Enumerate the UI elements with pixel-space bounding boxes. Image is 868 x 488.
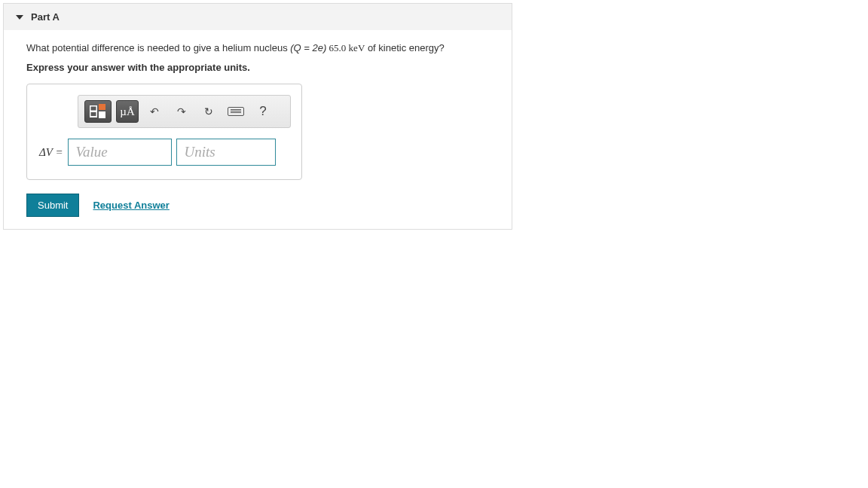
svg-rect-2 xyxy=(91,112,96,116)
answer-toolbar: µÅ ↶ ↷ ↻ ? xyxy=(78,95,291,128)
question-eq: = 2 xyxy=(301,42,318,53)
question-text: What potential difference is needed to g… xyxy=(26,42,489,54)
value-placeholder: Value xyxy=(76,144,108,160)
question-var-e: e xyxy=(318,42,323,53)
svg-rect-1 xyxy=(91,107,96,111)
question-unit: keV xyxy=(349,42,365,53)
undo-button[interactable]: ↶ xyxy=(143,100,166,123)
undo-icon: ↶ xyxy=(150,105,159,117)
submit-button[interactable]: Submit xyxy=(26,194,79,217)
question-value: 65.0 xyxy=(326,42,348,53)
value-input[interactable]: Value xyxy=(68,139,172,166)
answer-entry-row: ΔV = Value Units xyxy=(36,139,292,166)
request-answer-link[interactable]: Request Answer xyxy=(93,200,169,211)
help-button[interactable]: ? xyxy=(252,100,274,123)
units-input[interactable]: Units xyxy=(176,139,276,166)
answer-actions: Submit Request Answer xyxy=(26,194,489,217)
answer-lhs: ΔV = xyxy=(36,146,63,159)
part-header[interactable]: Part A xyxy=(4,4,512,30)
reset-button[interactable]: ↻ xyxy=(197,100,220,123)
question-prefix: What potential difference is needed to g… xyxy=(26,42,290,53)
svg-rect-4 xyxy=(99,111,105,118)
caret-down-icon xyxy=(16,15,23,20)
reset-icon: ↻ xyxy=(204,105,213,117)
question-var-q: Q xyxy=(294,42,301,53)
part-panel: Part A What potential difference is need… xyxy=(3,3,512,230)
question-instruction: Express your answer with the appropriate… xyxy=(26,62,489,73)
help-icon: ? xyxy=(259,104,266,119)
units-menu-button[interactable]: µÅ xyxy=(116,100,139,123)
answer-box: µÅ ↶ ↷ ↻ ? ΔV = xyxy=(26,84,302,180)
keyboard-icon xyxy=(228,107,244,116)
redo-icon: ↷ xyxy=(177,105,186,117)
units-menu-label: µÅ xyxy=(120,105,134,118)
question-suffix: of kinetic energy? xyxy=(365,42,445,53)
keyboard-button[interactable] xyxy=(225,100,247,123)
redo-button[interactable]: ↷ xyxy=(170,100,193,123)
template-picker-button[interactable] xyxy=(84,100,112,123)
question-paren: (Q = 2e) xyxy=(290,42,326,53)
svg-rect-3 xyxy=(99,104,105,110)
part-body: What potential difference is needed to g… xyxy=(4,30,512,229)
units-placeholder: Units xyxy=(185,144,215,160)
part-title: Part A xyxy=(31,11,60,23)
